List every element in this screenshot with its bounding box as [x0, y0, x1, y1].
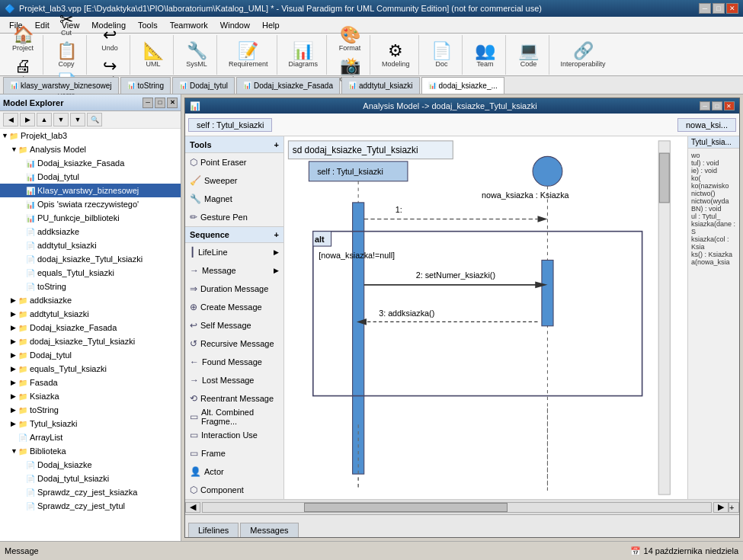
scroll-right-button[interactable]: ▶ [713, 502, 729, 513]
minimize-button[interactable]: ─ [699, 3, 711, 14]
tree-item-addksiazke2[interactable]: ▶ 📁 addksiazke [0, 293, 181, 307]
tool-component[interactable]: ⬡ Component [185, 481, 283, 499]
toggle-biblioteka[interactable]: ▼ [11, 447, 18, 455]
tree-item-klasy[interactable]: 📊 Klasy_warstwy_biznesowej [0, 184, 181, 197]
menu-window[interactable]: Window [214, 19, 256, 31]
tab-messages[interactable]: Messages [240, 523, 298, 537]
tab-addtytul[interactable]: 📊 addtytul_ksiazki [341, 77, 420, 94]
toggle-dodaj-tytul2[interactable]: ▶ [11, 338, 18, 345]
tree-item-dodaj-tytul-ksi[interactable]: 📄 Dodaj_tytul_ksiazki [0, 472, 181, 485]
team-button[interactable]: 👥 Team [470, 40, 501, 70]
tab-klasy[interactable]: 📊 klasy_warstwy_biznesowej [3, 77, 119, 94]
requirement-button[interactable]: 📝 Requirement [225, 40, 272, 70]
diagram-minimize-button[interactable]: ─ [700, 101, 710, 110]
tree-item-projekt[interactable]: ▼ 📁 Projekt_lab3 [0, 129, 181, 142]
tool-actor[interactable]: 👤 Actor [185, 462, 283, 481]
explorer-restore-button[interactable]: □ [155, 98, 165, 108]
sequence-add-icon[interactable]: + [274, 230, 279, 239]
explorer-forward-button[interactable]: ▶ [20, 113, 35, 126]
uml-button[interactable]: 📐 UML [138, 40, 168, 70]
tab-lifelines[interactable]: Lifelines [188, 523, 239, 537]
tree-item-fasada[interactable]: ▶ 📁 Fasada [0, 376, 181, 389]
diagram-scrollbar-horizontal[interactable]: ◀ ▶ + [185, 499, 739, 514]
toggle-addksiazke2[interactable]: ▶ [11, 296, 18, 304]
tool-recursive-message[interactable]: ↺ Recursive Message [185, 334, 283, 353]
diagram-restore-button[interactable]: □ [712, 101, 722, 110]
sysml-button[interactable]: 🔧 SysML [181, 40, 212, 70]
scrollbar-track-h[interactable] [202, 502, 712, 513]
cut-button[interactable]: ✂ Cut [51, 9, 82, 39]
copy-button[interactable]: 📋 Copy [51, 40, 82, 70]
tool-lost-message[interactable]: → Lost Message [185, 371, 283, 389]
sequence-canvas[interactable]: sd dodaj_ksiazke_Tytul_ksiazki self : Ty… [284, 136, 687, 499]
explorer-back-button[interactable]: ◀ [3, 113, 18, 126]
maximize-button[interactable]: □ [713, 3, 725, 14]
tree-item-equals2[interactable]: ▶ 📁 equals_Tytul_ksiazki [0, 362, 181, 376]
tool-point-eraser[interactable]: ⬡ Point Eraser [185, 153, 283, 171]
tools-add-icon[interactable]: + [274, 140, 279, 149]
toggle-analysis[interactable]: ▼ [11, 146, 18, 153]
toggle-addtytul2[interactable]: ▶ [11, 310, 18, 318]
menu-help[interactable]: Help [256, 19, 286, 31]
tree-item-dodaj-ksiazke[interactable]: 📄 Dodaj_ksiazke [0, 458, 181, 472]
toggle-dodaj-tytul3[interactable]: ▶ [11, 351, 18, 359]
code-button[interactable]: 💻 Code [514, 40, 544, 70]
tree-item-addtytul[interactable]: 📄 addtytul_ksiazki [0, 238, 181, 252]
tree-item-sprawdz2[interactable]: 📄 Sprawdz_czy_jest_tytul [0, 499, 181, 513]
tree-item-sprawdz1[interactable]: 📄 Sprawdz_czy_jest_ksiazka [0, 485, 181, 499]
tab-dodaj-ksiazke-fasada[interactable]: 📊 Dodaj_ksiazke_Fasada [236, 77, 340, 94]
tool-self-message[interactable]: ↩ Self Message [185, 316, 283, 334]
tool-lifeline[interactable]: ┃ LifeLine ▶ [185, 243, 283, 261]
menu-teamwork[interactable]: Teamwork [164, 19, 214, 31]
tree-item-arraylist[interactable]: 📄 ArrayList [0, 430, 181, 444]
tree-item-tostring2[interactable]: ▶ 📁 toString [0, 403, 181, 417]
tree-item-dodaj-fasada2[interactable]: ▶ 📁 Dodaj_ksiazke_Fasada [0, 321, 181, 334]
tree-item-ksiazka[interactable]: ▶ 📁 Ksiazka [0, 389, 181, 403]
toggle-equals2[interactable]: ▶ [11, 365, 18, 373]
scrollbar-thumb-h[interactable] [304, 503, 508, 512]
format-button[interactable]: 🎨 Format [335, 24, 365, 54]
tool-sweeper[interactable]: 🧹 Sweeper [185, 171, 283, 190]
interoperability-button[interactable]: 🔗 Interoperability [557, 40, 610, 70]
tree-item-opis[interactable]: 📊 Opis 'swiata rzeczywistego' [0, 197, 181, 211]
tree-item-tostring1[interactable]: 📄 toString [0, 280, 181, 293]
modeling-button[interactable]: ⚙ Modeling [378, 40, 414, 70]
tool-magnet[interactable]: 🔧 Magnet [185, 190, 283, 208]
tool-alt-combined[interactable]: ▭ Alt. Combined Fragme... [185, 408, 283, 426]
close-button[interactable]: ✕ [726, 3, 738, 14]
tree-item-dodaj-tytul-ksiazki[interactable]: 📄 dodaj_ksiazke_Tytul_ksiazki [0, 252, 181, 266]
tool-frame[interactable]: ▭ Frame [185, 444, 283, 462]
tab-dodaj-ksiazke-tytul[interactable]: 📊 dodaj_ksiazke_... [421, 77, 504, 94]
tree-item-addksiazke1[interactable]: 📄 addksiazke [0, 225, 181, 238]
toggle-dodaj-fasada2[interactable]: ▶ [11, 324, 18, 331]
tree-item-dodaj-fasada[interactable]: 📊 Dodaj_ksiazke_Fasada [0, 156, 181, 170]
doc-button[interactable]: 📄 Doc [427, 40, 457, 70]
tree-item-equals[interactable]: 📄 equals_Tytul_ksiazki [0, 266, 181, 280]
tree-item-dodaj-tytul3[interactable]: ▶ 📁 Dodaj_tytul [0, 348, 181, 362]
project-button[interactable]: 🏠 Project [8, 24, 38, 54]
tool-message[interactable]: → Message ▶ [185, 261, 283, 280]
diagram-close-button[interactable]: ✕ [724, 101, 735, 110]
tool-interaction-use[interactable]: ▭ Interaction Use [185, 426, 283, 444]
tree-item-analysis-model[interactable]: ▼ 📁 Analysis Model [0, 142, 181, 156]
toggle-projekt[interactable]: ▼ [2, 132, 9, 139]
tool-gesture-pen[interactable]: ✏ Gesture Pen [185, 208, 283, 226]
undo-button[interactable]: ↩ Undo [94, 24, 125, 54]
tree-item-tytul[interactable]: ▶ 📁 Tytul_ksiazki [0, 417, 181, 430]
toggle-tostring2[interactable]: ▶ [11, 406, 18, 414]
tool-found-message[interactable]: ← Found Message [185, 353, 283, 371]
explorer-close-button[interactable]: ✕ [167, 98, 178, 108]
toggle-ksiazka[interactable]: ▶ [11, 392, 18, 400]
explorer-minimize-button[interactable]: ─ [143, 98, 153, 108]
explorer-up-button[interactable]: ▲ [37, 113, 52, 126]
tree-item-biblioteka[interactable]: ▼ 📁 Biblioteka [0, 444, 181, 458]
explorer-search-button[interactable]: 🔍 [87, 113, 102, 126]
tree-item-dodaj-tytul[interactable]: 📊 Dodaj_tytul [0, 170, 181, 184]
tool-reentrant-message[interactable]: ⟲ Reentrant Message [185, 389, 283, 408]
toggle-tytul[interactable]: ▶ [11, 420, 18, 427]
menu-tools[interactable]: Tools [132, 19, 164, 31]
explorer-down-button[interactable]: ▼ [53, 113, 69, 126]
tab-tostring[interactable]: 📊 toString [120, 77, 171, 94]
toggle-fasada[interactable]: ▶ [11, 379, 18, 386]
tree-item-pu[interactable]: 📊 PU_funkcje_bilblioteki [0, 211, 181, 225]
